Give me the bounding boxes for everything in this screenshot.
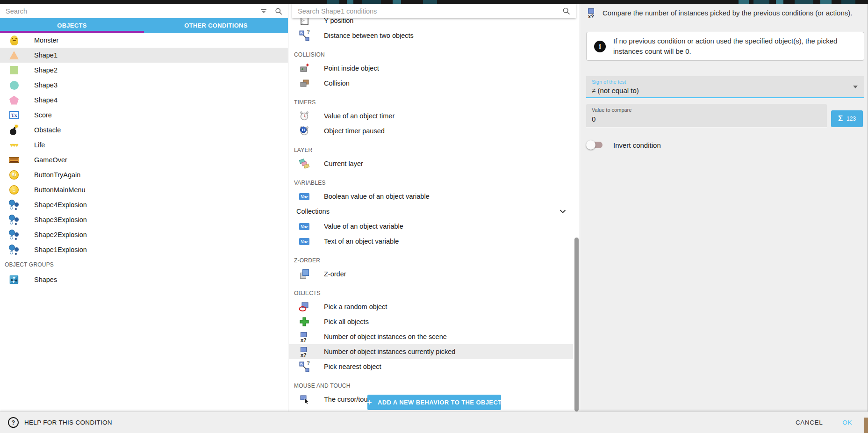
object-label: Shape3 [34, 81, 57, 89]
explosion-icon [8, 199, 20, 210]
object-list-item-shape2explosion[interactable]: Shape2Explosion [0, 227, 288, 242]
condition-label: Z-order [324, 270, 346, 278]
category-header: TIMERS [289, 91, 573, 108]
condition-item[interactable]: VarText of an object variable [289, 234, 573, 249]
filter-icon[interactable] [259, 7, 268, 16]
help-label: HELP FOR THIS CONDITION [24, 419, 112, 426]
objects-list: MonsterShape1Shape2Shape3Shape4TxScoreOb… [0, 33, 288, 257]
object-list-item-shape3[interactable]: Shape3 [0, 78, 288, 93]
conditions-scrollbar[interactable] [574, 238, 579, 411]
add-behavior-button[interactable]: + ADD A NEW BEHAVIOR TO THE OBJECT [367, 395, 501, 410]
condition-label: Current layer [324, 160, 363, 167]
condition-description: Compare the number of instances picked b… [603, 7, 852, 18]
explosion-icon [8, 244, 20, 255]
ok-button[interactable]: OK [840, 415, 854, 430]
condition-label: Text of an object variable [324, 238, 399, 245]
condition-item[interactable]: Collision [289, 76, 573, 91]
shape4-icon [8, 94, 20, 106]
object-label: Shape4 [34, 96, 57, 104]
condition-item[interactable]: Value of an object timer [289, 108, 573, 123]
condition-item[interactable]: x?Number of object instances currently p… [289, 344, 573, 359]
object-list-item-shape1explosion[interactable]: Shape1Explosion [0, 242, 288, 257]
condition-label: Pick all objects [324, 318, 369, 325]
point-inside-icon [299, 63, 310, 74]
object-label: Shape1Explosion [34, 246, 87, 253]
help-button[interactable]: ? HELP FOR THIS CONDITION [8, 417, 112, 428]
var-icon: Var [299, 191, 310, 202]
objects-search-input[interactable]: Search [0, 4, 288, 18]
explosion-icon [8, 229, 20, 240]
condition-item[interactable]: Current layer [289, 156, 573, 171]
tab-objects[interactable]: OBJECTS [0, 18, 144, 33]
object-list-item-shapes[interactable]: Shapes [0, 272, 288, 287]
accordion-collections[interactable]: Collections [289, 204, 573, 219]
object-label: Shape1 [34, 51, 57, 59]
chevron-down-icon [853, 86, 858, 88]
condition-item[interactable]: ?Pick nearest object [289, 359, 573, 374]
condition-label: Pick a random object [324, 303, 387, 310]
object-list-item-shape3explosion[interactable]: Shape3Explosion [0, 212, 288, 227]
tab-other-conditions[interactable]: OTHER CONDITIONS [144, 18, 288, 33]
cancel-button[interactable]: CANCEL [794, 415, 825, 430]
value-to-compare-label: Value to compare [592, 107, 821, 113]
value-to-compare-value: 0 [592, 115, 821, 123]
object-list-item-gameover[interactable]: GameOver [0, 152, 288, 167]
var-icon: Var [299, 236, 310, 247]
group-shapes-icon [8, 274, 20, 285]
object-list-item-shape2[interactable]: Shape2 [0, 63, 288, 78]
invert-condition-label: Invert condition [613, 141, 661, 149]
distance-icon: ? [299, 30, 310, 41]
condition-item[interactable]: Point inside object [289, 61, 573, 76]
object-list-item-score[interactable]: TxScore [0, 108, 288, 123]
object-label: ButtonTryAgain [34, 171, 80, 179]
life-icon: ♥♥♥ [8, 139, 20, 151]
object-list-item-shape4[interactable]: Shape4 [0, 93, 288, 108]
sign-of-test-value: ≠ (not equal to) [592, 87, 859, 94]
objects-panel: Search OBJECTSOTHER CONDITIONS MonsterSh… [0, 4, 288, 411]
dialog-footer: ? HELP FOR THIS CONDITION CANCEL OK [0, 411, 868, 433]
button-retry-icon: ↻ [8, 169, 20, 180]
pick-all-icon [299, 316, 310, 327]
monster-icon [8, 35, 20, 46]
sign-of-test-select[interactable]: Sign of the test ≠ (not equal to) [586, 76, 864, 98]
object-list-item-monster[interactable]: Monster [0, 33, 288, 48]
object-label: GameOver [34, 156, 67, 164]
conditions-search-input[interactable]: Search Shape1 conditions [292, 4, 576, 18]
expression-builder-button[interactable]: Σ 123 [831, 110, 863, 127]
condition-item[interactable]: Z-order [289, 267, 573, 281]
value-to-compare-field[interactable]: Value to compare 0 [586, 104, 827, 127]
new-condition-dialog: { "colors": {"accent_blue": "#4ab0e4", "… [0, 0, 868, 433]
plus-icon: + [366, 398, 372, 407]
search-icon[interactable] [561, 6, 571, 16]
condition-item[interactable]: Pick all objects [289, 314, 573, 329]
shape2-icon [8, 65, 20, 76]
condition-item[interactable]: VarValue of an object variable [289, 219, 573, 234]
add-behavior-label: ADD A NEW BEHAVIOR TO THE OBJECT [378, 399, 502, 406]
search-icon[interactable] [274, 7, 283, 16]
object-list-item-shape1[interactable]: Shape1 [0, 48, 288, 63]
object-label: Shape2Explosion [34, 231, 87, 238]
condition-item[interactable]: x?Number of object instances on the scen… [289, 329, 573, 344]
info-text: If no previous condition or action used … [613, 36, 847, 57]
object-list-item-buttontryagain[interactable]: ↻ButtonTryAgain [0, 167, 288, 182]
object-list-item-obstacle[interactable]: Obstacle [0, 123, 288, 137]
info-box: i If no previous condition or action use… [586, 32, 864, 61]
background-app-strip [0, 0, 868, 4]
instances-icon: x? [299, 331, 310, 342]
condition-label: Point inside object [324, 65, 379, 72]
condition-item[interactable]: ?Distance between two objects [289, 28, 573, 43]
zorder-icon [299, 268, 310, 280]
object-list-item-life[interactable]: ♥♥♥Life [0, 137, 288, 152]
sign-of-test-label: Sign of the test [592, 79, 859, 85]
condition-item[interactable]: VarBoolean value of an object variable [289, 189, 573, 204]
condition-item[interactable]: Object timer paused [289, 123, 573, 138]
condition-label: Value of an object variable [324, 223, 403, 230]
layer-icon [299, 158, 310, 169]
object-list-item-buttonmainmenu[interactable]: ⌂ButtonMainMenu [0, 182, 288, 197]
background-corner-fragment [864, 418, 868, 433]
condition-item[interactable]: Pick a random object [289, 299, 573, 314]
category-header: LAYER [289, 138, 573, 156]
object-list-item-shape4explosion[interactable]: Shape4Explosion [0, 197, 288, 212]
invert-condition-toggle[interactable] [586, 140, 605, 150]
condition-label: Pick nearest object [324, 363, 381, 370]
